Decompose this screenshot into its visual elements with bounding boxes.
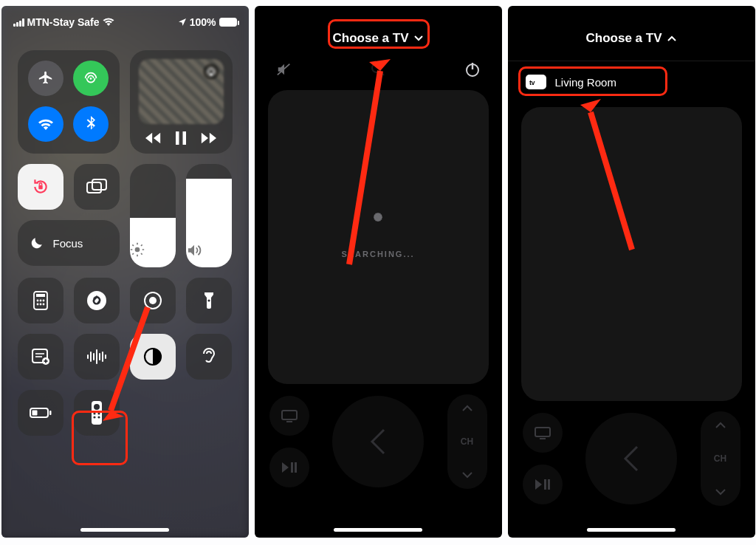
- channel-rocker[interactable]: CH: [447, 394, 487, 489]
- sound-recognition-button[interactable]: [74, 334, 120, 380]
- battery-icon: [219, 18, 237, 27]
- svg-point-48: [97, 412, 100, 414]
- tv-home-button[interactable]: [269, 396, 309, 436]
- screenshot-remote-device-list: Choose a TV tv Living Room: [508, 6, 755, 538]
- svg-point-18: [36, 300, 38, 302]
- rewind-button[interactable]: [145, 132, 162, 144]
- dark-mode-toggle[interactable]: [130, 334, 176, 380]
- tv-device-list: tv Living Room: [508, 61, 755, 103]
- remote-touchpad[interactable]: SEARCHING...: [268, 90, 489, 384]
- volume-icon: [186, 244, 232, 257]
- tv-device-name: Living Room: [555, 76, 616, 89]
- sound-recognition-icon: [86, 349, 107, 364]
- shazam-icon: [86, 290, 107, 311]
- svg-rect-5: [87, 182, 101, 193]
- chevron-down-icon: [414, 35, 423, 41]
- back-icon: [621, 444, 642, 473]
- svg-line-15: [141, 244, 142, 246]
- tv-icon: [281, 409, 298, 422]
- svg-text:tv: tv: [529, 79, 535, 86]
- calculator-button[interactable]: [18, 278, 63, 323]
- home-indicator[interactable]: [334, 528, 422, 532]
- brightness-icon: [130, 242, 176, 257]
- svg-rect-6: [92, 179, 106, 190]
- quick-note-button[interactable]: [18, 334, 63, 380]
- rewind-icon: [145, 132, 162, 144]
- back-icon: [368, 427, 388, 456]
- chevron-down-icon: [462, 472, 472, 479]
- svg-point-49: [93, 416, 95, 418]
- screen-mirroring-button[interactable]: [74, 164, 120, 210]
- svg-point-7: [135, 247, 140, 253]
- svg-line-14: [132, 253, 134, 255]
- hearing-icon: [201, 347, 217, 366]
- chevron-up-icon: [667, 35, 676, 41]
- play-pause-icon: [535, 479, 551, 490]
- home-indicator[interactable]: [80, 528, 169, 532]
- volume-slider[interactable]: [186, 164, 232, 267]
- flashlight-icon: [203, 291, 215, 310]
- svg-rect-17: [36, 294, 45, 297]
- wifi-toggle[interactable]: [28, 106, 63, 142]
- power-button[interactable]: [462, 59, 483, 80]
- apple-tv-remote-button[interactable]: [74, 390, 120, 436]
- signal-bars-icon: [13, 18, 24, 27]
- screen-record-button[interactable]: [130, 278, 176, 323]
- now-playing-tile[interactable]: [130, 50, 233, 154]
- flashlight-button[interactable]: [186, 278, 232, 323]
- tv-home-button[interactable]: [523, 413, 563, 453]
- chevron-up-icon: [462, 405, 472, 411]
- airplay-audio-button[interactable]: [203, 64, 219, 80]
- focus-button[interactable]: Focus: [18, 220, 120, 266]
- loading-spinner-icon: [368, 216, 388, 236]
- carrier-label: MTN-Stay Safe: [27, 16, 100, 28]
- screen-record-icon: [143, 291, 162, 310]
- play-pause-button[interactable]: [269, 448, 309, 487]
- media-artwork: [139, 59, 224, 124]
- play-pause-button[interactable]: [523, 465, 563, 504]
- svg-line-55: [380, 72, 384, 75]
- cellular-data-toggle[interactable]: [73, 61, 109, 96]
- svg-point-27: [208, 299, 210, 301]
- tv-device-item[interactable]: tv Living Room: [520, 67, 743, 97]
- chevron-down-icon: [715, 489, 726, 496]
- shazam-button[interactable]: [74, 278, 120, 323]
- svg-point-24: [87, 291, 106, 310]
- svg-line-13: [141, 253, 142, 255]
- airplane-icon: [38, 70, 54, 86]
- svg-point-26: [149, 297, 157, 304]
- hearing-button[interactable]: [186, 334, 232, 380]
- location-services-icon: [178, 18, 187, 27]
- screenshot-remote-searching: Choose a TV: [255, 6, 502, 538]
- forward-button[interactable]: [200, 132, 216, 144]
- mute-button[interactable]: [274, 59, 295, 80]
- channel-rocker[interactable]: CH: [701, 411, 740, 506]
- remote-touchpad[interactable]: [521, 107, 742, 401]
- svg-rect-43: [49, 411, 52, 415]
- choose-tv-dropdown[interactable]: Choose a TV: [323, 24, 434, 53]
- menu-back-button[interactable]: [332, 396, 424, 487]
- bluetooth-toggle[interactable]: [73, 106, 109, 142]
- connectivity-group: [18, 50, 120, 154]
- svg-point-22: [39, 304, 41, 306]
- wifi-status-icon: [103, 18, 114, 27]
- airplane-mode-toggle[interactable]: [28, 61, 63, 96]
- channel-label: CH: [714, 453, 726, 464]
- dark-mode-icon: [143, 347, 162, 366]
- svg-rect-67: [544, 479, 546, 490]
- svg-rect-61: [295, 462, 297, 473]
- svg-point-23: [42, 304, 44, 306]
- low-power-button[interactable]: [18, 390, 63, 436]
- menu-back-button[interactable]: [585, 413, 677, 504]
- pause-button[interactable]: [176, 131, 186, 145]
- home-indicator[interactable]: [587, 528, 676, 532]
- battery-percent: 100%: [190, 16, 216, 28]
- svg-rect-3: [183, 131, 187, 145]
- screen-mirror-icon: [86, 179, 107, 195]
- shortcut-grid: [1, 278, 249, 436]
- rotation-lock-toggle[interactable]: [18, 164, 63, 210]
- status-bar: MTN-Stay Safe 100%: [1, 6, 249, 28]
- choose-tv-dropdown-open[interactable]: Choose a TV: [576, 24, 687, 53]
- cellular-icon: [83, 70, 99, 86]
- brightness-slider[interactable]: [130, 164, 176, 267]
